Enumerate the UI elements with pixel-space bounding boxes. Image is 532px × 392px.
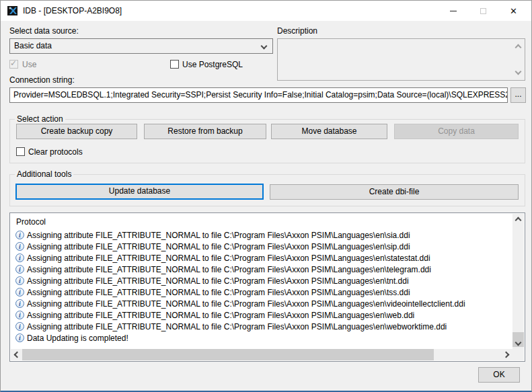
scroll-right-icon[interactable] [503,352,510,358]
log-message: Assigning attribute FILE_ATTRIBUTE_NORMA… [27,311,414,320]
description-label: Description [277,26,317,36]
data-source-label: Select data source: [9,26,79,36]
list-item[interactable]: i Assigning attribute FILE_ATTRIBUTE_NOR… [11,309,511,321]
scrollbar-corner [512,349,524,360]
copy-data-button: Copy data [394,124,519,139]
use-postgresql-checkbox[interactable] [170,60,179,69]
info-icon: i [15,253,24,262]
minimize-icon [450,11,457,11]
protocol-title: Protocol [16,217,46,227]
list-item[interactable]: i Assigning attribute FILE_ATTRIBUTE_NOR… [11,264,511,275]
info-icon: i [15,322,24,331]
log-message: Assigning attribute FILE_ATTRIBUTE_NORMA… [27,253,430,263]
info-icon: i [15,276,24,285]
info-icon: i [15,231,24,239]
maximize-icon [480,8,486,14]
list-item[interactable]: i Assigning attribute FILE_ATTRIBUTE_NOR… [11,275,511,286]
title-bar: IDB - [DESKTOP-A2BI9O8] ✕ [1,1,531,21]
update-database-button[interactable]: Update database [15,184,264,200]
connection-string-input[interactable]: Provider=MSOLEDBSQL.1;Integrated Securit… [9,87,508,103]
data-source-selected-value: Basic data [14,41,52,50]
log-message: Assigning attribute FILE_ATTRIBUTE_NORMA… [27,299,465,309]
clear-protocols-checkbox[interactable] [16,147,25,156]
list-item[interactable]: i Assigning attribute FILE_ATTRIBUTE_NOR… [11,286,511,298]
list-item[interactable]: i Assigning attribute FILE_ATTRIBUTE_NOR… [11,229,511,241]
list-item[interactable]: i Data Updating is completed! [11,332,511,344]
scroll-up-icon[interactable] [515,44,522,51]
browse-connection-button[interactable]: ... [510,87,526,103]
create-backup-copy-button[interactable]: Create backup copy [16,124,137,139]
window-title: IDB - [DESKTOP-A2BI9O8] [23,1,122,21]
info-icon: i [15,288,24,297]
scroll-up-icon[interactable] [515,217,522,224]
list-item[interactable]: i Assigning attribute FILE_ATTRIBUTE_NOR… [11,298,511,309]
log-message: Assigning attribute FILE_ATTRIBUTE_NORMA… [27,265,431,274]
list-item[interactable]: i Assigning attribute FILE_ATTRIBUTE_NOR… [11,241,511,252]
scroll-left-icon[interactable] [14,352,21,358]
log-message: Assigning attribute FILE_ATTRIBUTE_NORMA… [27,288,410,297]
info-icon: i [15,265,24,274]
use-checkbox: ✓ [9,60,18,69]
app-icon [7,5,18,16]
info-icon: i [15,311,24,319]
chevron-down-icon [261,43,268,50]
connection-string-label: Connection string: [9,75,75,85]
restore-from-backup-button[interactable]: Restore from backup [144,124,266,139]
close-button[interactable]: ✕ [498,1,529,21]
close-icon: ✕ [510,7,517,15]
select-action-group-label: Select action [15,114,65,124]
maximize-button [468,1,498,21]
scroll-down-icon[interactable] [515,69,522,75]
data-source-select[interactable]: Basic data [9,38,273,54]
info-icon: i [15,334,24,342]
log-message: Assigning attribute FILE_ATTRIBUTE_NORMA… [27,231,410,240]
minimize-button[interactable] [438,1,468,21]
info-icon: i [15,299,24,308]
move-database-button[interactable]: Move database [271,124,387,139]
ok-button[interactable]: OK [478,367,520,383]
use-postgresql-label: Use PostgreSQL [182,60,243,69]
log-message: Data Updating is completed! [27,334,128,343]
idb-dialog-window: IDB - [DESKTOP-A2BI9O8] ✕ Select data so… [0,0,532,392]
vertical-scrollbar[interactable] [512,214,524,349]
clear-protocols-label: Clear protocols [28,147,83,157]
protocol-log-list: i Assigning attribute FILE_ATTRIBUTE_NOR… [11,229,511,348]
description-textarea[interactable] [277,38,525,81]
horizontal-scrollbar-thumb[interactable] [22,349,434,360]
list-item[interactable]: i Assigning attribute FILE_ATTRIBUTE_NOR… [11,321,511,332]
info-icon: i [15,242,24,251]
horizontal-scrollbar[interactable] [11,349,512,360]
log-message: Assigning attribute FILE_ATTRIBUTE_NORMA… [27,322,447,331]
check-icon: ✓ [10,58,17,68]
log-message: Assigning attribute FILE_ATTRIBUTE_NORMA… [27,276,409,286]
additional-tools-group-label: Additional tools [15,169,73,179]
protocol-panel: Protocol i Assigning attribute FILE_ATTR… [9,212,525,362]
list-item[interactable]: i Assigning attribute FILE_ATTRIBUTE_NOR… [11,252,511,264]
log-message: Assigning attribute FILE_ATTRIBUTE_NORMA… [27,242,410,251]
use-checkbox-label: Use [22,60,36,69]
create-dbi-file-button[interactable]: Create dbi-file [270,184,519,200]
